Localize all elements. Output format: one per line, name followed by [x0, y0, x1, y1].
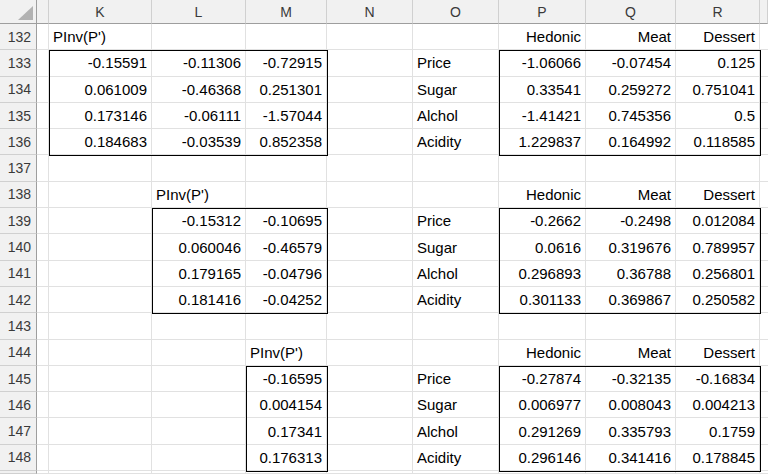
- cell-K141[interactable]: [49, 261, 152, 287]
- cell-P145[interactable]: -0.27874: [499, 366, 586, 392]
- cell-N136[interactable]: [327, 129, 413, 155]
- cell-S143[interactable]: [760, 313, 768, 339]
- cell-L132[interactable]: [152, 24, 246, 50]
- cell-R133[interactable]: 0.125: [676, 50, 760, 76]
- cell-K148[interactable]: [49, 445, 152, 471]
- row-header-146[interactable]: 146: [0, 392, 37, 418]
- cell-N133[interactable]: [327, 50, 413, 76]
- cell-S145[interactable]: [760, 366, 768, 392]
- cell-P139[interactable]: -0.2662: [499, 208, 586, 234]
- cell-Q142[interactable]: 0.369867: [586, 287, 676, 313]
- cell-J133[interactable]: [37, 50, 49, 76]
- cell-S138[interactable]: [760, 182, 768, 208]
- cell-S148[interactable]: [760, 445, 768, 471]
- cell-K136[interactable]: 0.184683: [49, 129, 152, 155]
- cell-K135[interactable]: 0.173146: [49, 103, 152, 129]
- cell-K134[interactable]: 0.061009: [49, 77, 152, 103]
- cell-M137[interactable]: [246, 155, 327, 181]
- cell-O140[interactable]: Sugar: [413, 234, 499, 260]
- cell-L134[interactable]: -0.46368: [152, 77, 246, 103]
- cell-P140[interactable]: 0.0616: [499, 234, 586, 260]
- select-all-button[interactable]: [0, 0, 37, 24]
- cell-M146[interactable]: 0.004154: [246, 392, 327, 418]
- row-header-139[interactable]: 139: [0, 208, 37, 234]
- column-header-o[interactable]: O: [413, 0, 499, 24]
- cell-M140[interactable]: -0.46579: [246, 234, 327, 260]
- cell-S141[interactable]: [760, 261, 768, 287]
- cell-N134[interactable]: [327, 77, 413, 103]
- cell-J141[interactable]: [37, 261, 49, 287]
- cell-J134[interactable]: [37, 77, 49, 103]
- cell-J143[interactable]: [37, 313, 49, 339]
- cell-Q146[interactable]: 0.008043: [586, 392, 676, 418]
- column-header-p[interactable]: P: [499, 0, 586, 24]
- cell-R146[interactable]: 0.004213: [676, 392, 760, 418]
- column-header-n[interactable]: N: [327, 0, 413, 24]
- cell-R132[interactable]: Dessert: [676, 24, 760, 50]
- cell-J138[interactable]: [37, 182, 49, 208]
- cell-M148[interactable]: 0.176313: [246, 445, 327, 471]
- cell-N143[interactable]: [327, 313, 413, 339]
- cell-Q143[interactable]: [586, 313, 676, 339]
- cell-L136[interactable]: -0.03539: [152, 129, 246, 155]
- cell-P138[interactable]: Hedonic: [499, 182, 586, 208]
- cell-R137[interactable]: [676, 155, 760, 181]
- cell-R141[interactable]: 0.256801: [676, 261, 760, 287]
- row-header-135[interactable]: 135: [0, 103, 37, 129]
- cell-P144[interactable]: Hedonic: [499, 340, 586, 366]
- cell-Q144[interactable]: Meat: [586, 340, 676, 366]
- cell-O134[interactable]: Sugar: [413, 77, 499, 103]
- cell-S136[interactable]: [760, 129, 768, 155]
- cell-K132[interactable]: PInv(P'): [49, 24, 152, 50]
- cell-S147[interactable]: [760, 418, 768, 444]
- cell-N141[interactable]: [327, 261, 413, 287]
- cell-Q137[interactable]: [586, 155, 676, 181]
- cell-K145[interactable]: [49, 366, 152, 392]
- cell-J137[interactable]: [37, 155, 49, 181]
- cell-N142[interactable]: [327, 287, 413, 313]
- cell-K138[interactable]: [49, 182, 152, 208]
- row-header-145[interactable]: 145: [0, 366, 37, 392]
- cell-P146[interactable]: 0.006977: [499, 392, 586, 418]
- cell-P133[interactable]: -1.06066: [499, 50, 586, 76]
- cell-P142[interactable]: 0.301133: [499, 287, 586, 313]
- cell-R139[interactable]: 0.012084: [676, 208, 760, 234]
- cell-P137[interactable]: [499, 155, 586, 181]
- cell-K146[interactable]: [49, 392, 152, 418]
- cell-S146[interactable]: [760, 392, 768, 418]
- cell-N132[interactable]: [327, 24, 413, 50]
- cell-P147[interactable]: 0.291269: [499, 418, 586, 444]
- cell-N139[interactable]: [327, 208, 413, 234]
- cell-P136[interactable]: 1.229837: [499, 129, 586, 155]
- cell-O138[interactable]: [413, 182, 499, 208]
- cell-K143[interactable]: [49, 313, 152, 339]
- cell-L146[interactable]: [152, 392, 246, 418]
- cell-O133[interactable]: Price: [413, 50, 499, 76]
- cell-J146[interactable]: [37, 392, 49, 418]
- cell-M145[interactable]: -0.16595: [246, 366, 327, 392]
- cell-O143[interactable]: [413, 313, 499, 339]
- cell-O135[interactable]: Alchol: [413, 103, 499, 129]
- cell-R142[interactable]: 0.250582: [676, 287, 760, 313]
- cell-O145[interactable]: Price: [413, 366, 499, 392]
- cell-R138[interactable]: Dessert: [676, 182, 760, 208]
- cell-J142[interactable]: [37, 287, 49, 313]
- cell-M136[interactable]: 0.852358: [246, 129, 327, 155]
- cell-K142[interactable]: [49, 287, 152, 313]
- row-header-143[interactable]: 143: [0, 313, 37, 339]
- cell-M133[interactable]: -0.72915: [246, 50, 327, 76]
- column-header-r[interactable]: R: [676, 0, 760, 24]
- cell-S140[interactable]: [760, 234, 768, 260]
- cell-K147[interactable]: [49, 418, 152, 444]
- cell-O139[interactable]: Price: [413, 208, 499, 234]
- cell-J147[interactable]: [37, 418, 49, 444]
- cell-S144[interactable]: [760, 340, 768, 366]
- cell-P143[interactable]: [499, 313, 586, 339]
- cell-N140[interactable]: [327, 234, 413, 260]
- cell-R145[interactable]: -0.16834: [676, 366, 760, 392]
- cell-Q147[interactable]: 0.335793: [586, 418, 676, 444]
- column-header-k[interactable]: K: [49, 0, 152, 24]
- cell-L138[interactable]: PInv(P'): [152, 182, 246, 208]
- cell-R136[interactable]: 0.118585: [676, 129, 760, 155]
- cell-M135[interactable]: -1.57044: [246, 103, 327, 129]
